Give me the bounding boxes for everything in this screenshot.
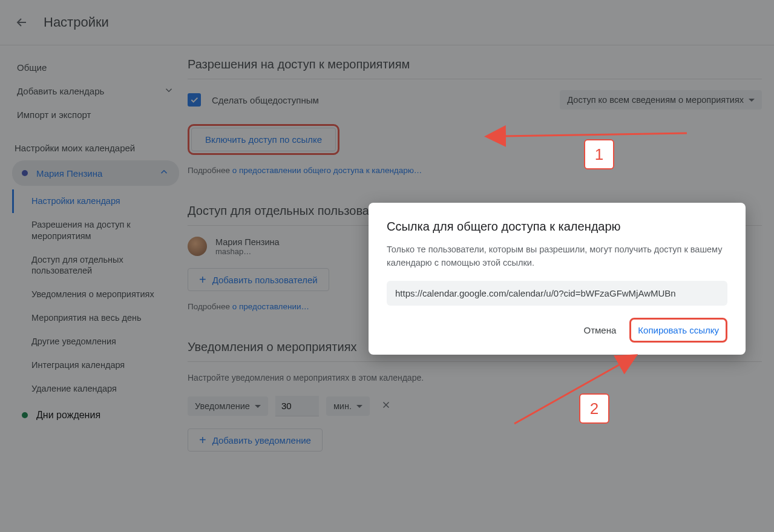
dialog-url-field[interactable]: https://calendar.google.com/calendar/u/0… — [387, 281, 727, 306]
annotation-number-1: 1 — [584, 139, 614, 169]
annotation-highlight-2: Копировать ссылку — [629, 318, 727, 343]
cancel-button[interactable]: Отмена — [575, 320, 625, 340]
dialog-description: Только те пользователи, которым вы разре… — [387, 243, 727, 270]
copy-link-button[interactable]: Копировать ссылку — [632, 320, 725, 340]
dialog-title: Ссылка для общего доступа к календарю — [387, 220, 727, 234]
annotation-number-2: 2 — [579, 393, 609, 424]
shareable-link-dialog: Ссылка для общего доступа к календарю То… — [369, 203, 746, 355]
